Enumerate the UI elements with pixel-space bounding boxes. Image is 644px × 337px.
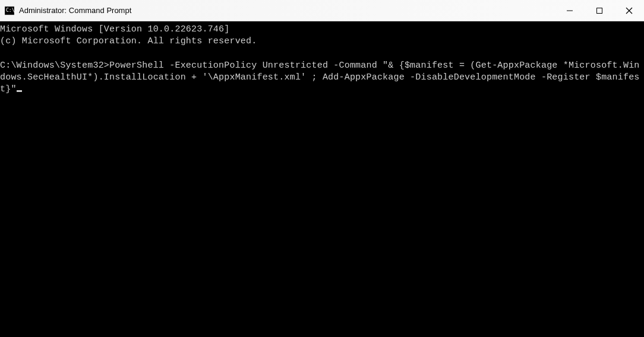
banner-line: (c) Microsoft Corporation. All rights re… xyxy=(0,36,644,47)
window-title: Administrator: Command Prompt xyxy=(19,6,131,15)
cursor xyxy=(17,90,22,92)
terminal-area[interactable]: Microsoft Windows [Version 10.0.22623.74… xyxy=(0,21,644,337)
maximize-button[interactable] xyxy=(585,0,614,21)
prompt: C:\Windows\System32> xyxy=(0,61,109,71)
titlebar-left: C:\ Administrator: Command Prompt xyxy=(5,6,131,15)
svg-rect-3 xyxy=(597,8,602,13)
svg-text:C:\: C:\ xyxy=(6,8,14,13)
banner-line: Microsoft Windows [Version 10.0.22623.74… xyxy=(0,24,644,36)
blank-line xyxy=(0,48,644,60)
close-button[interactable] xyxy=(614,0,644,21)
window-controls xyxy=(555,0,644,21)
cmd-icon: C:\ xyxy=(5,6,14,15)
minimize-button[interactable] xyxy=(555,0,585,21)
titlebar: C:\ Administrator: Command Prompt xyxy=(0,0,644,21)
